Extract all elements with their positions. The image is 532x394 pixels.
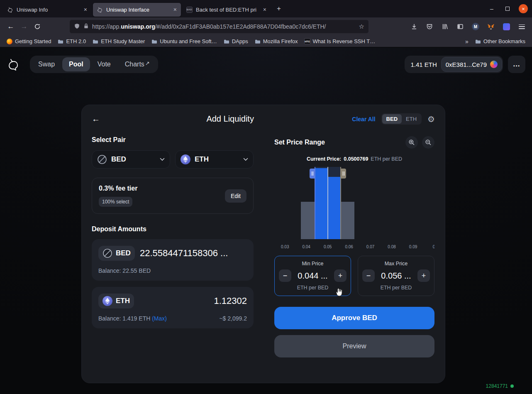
bed-amount-input[interactable]: 22.5584471158306 ... [140, 248, 247, 259]
pocket-icon[interactable] [423, 20, 436, 33]
nav-item-pool[interactable]: Pool [62, 57, 90, 71]
back-arrow-icon[interactable]: ← [92, 114, 108, 124]
downloads-icon[interactable] [408, 20, 420, 33]
zoom-in-icon[interactable] [405, 136, 418, 149]
maximize-button[interactable] [503, 4, 512, 13]
min-price-box[interactable]: Min Price − 0.044 ... + ETH per BED [274, 256, 351, 296]
new-tab-button[interactable]: + [273, 3, 285, 15]
tab-back-test[interactable]: BAD Back test of BED:ETH pri × [183, 3, 271, 17]
bookmark-reverse-ssh[interactable]: HTG What Is Reverse SSH T… [302, 37, 378, 46]
app-nav: Swap Pool Vote Charts↗ [30, 56, 158, 73]
x-tick-label: 0.04 [302, 245, 310, 249]
token-symbol: ETH [116, 297, 130, 305]
add-liquidity-card: ← Add Liquidity Clear All BED ETH ⚙ Sele… [81, 105, 445, 383]
min-price-decrement-button[interactable]: − [279, 269, 291, 282]
rate-toggle-bed[interactable]: BED [382, 114, 402, 124]
tab-uniswap-interface[interactable]: Uniswap Interface × [93, 3, 181, 17]
max-price-unit: ETH per BED [362, 285, 430, 291]
max-price-box[interactable]: Max Price − 0.056 ... + ETH per BED [358, 256, 434, 296]
bookmark-folder-eth-study[interactable]: ETH Study Master [90, 37, 147, 46]
tab-uniswap-info[interactable]: Uniswap Info × [3, 3, 91, 17]
wallet-address-chip[interactable]: 0xE381...Ce79 [441, 57, 502, 72]
other-bookmarks[interactable]: Other Bookmarks [473, 37, 528, 46]
menu-icon[interactable] [515, 20, 528, 33]
east-range-handle[interactable] [341, 169, 346, 179]
settings-gear-icon[interactable]: ⚙ [427, 115, 435, 123]
bookmark-label: Ubuntu and Free Soft… [160, 38, 217, 44]
reload-icon[interactable] [31, 20, 44, 33]
more-menu-button[interactable]: ... [508, 56, 525, 73]
fee-select-badge: 100% select [99, 197, 132, 207]
wallet-pill[interactable]: 1.41 ETH 0xE381...Ce79 [405, 56, 503, 73]
other-bookmarks-label: Other Bookmarks [483, 38, 525, 44]
minimize-button[interactable]: – [487, 4, 496, 13]
rate-toggle-eth[interactable]: ETH [402, 114, 421, 124]
west-range-handle[interactable] [310, 169, 315, 179]
deposit-amounts-heading: Deposit Amounts [92, 225, 254, 233]
sidebar-icon[interactable] [454, 20, 466, 33]
liquidity-bar [315, 168, 328, 239]
library-icon[interactable] [439, 20, 451, 33]
edit-fee-button[interactable]: Edit [225, 189, 246, 203]
tab-close-icon[interactable]: × [262, 6, 267, 13]
lock-icon[interactable] [83, 23, 89, 30]
nav-item-swap[interactable]: Swap [32, 57, 61, 71]
close-window-button[interactable]: × [519, 4, 528, 13]
folder-icon [151, 39, 157, 44]
profile-m-icon[interactable]: M [469, 20, 482, 33]
liquidity-chart[interactable]: 0.030.040.050.060.070.080.090. [274, 167, 434, 249]
external-link-icon: ↗ [145, 60, 150, 66]
folder-icon [224, 39, 229, 44]
min-price-value[interactable]: 0.044 ... [298, 271, 327, 281]
min-price-increment-button[interactable]: + [334, 269, 347, 282]
block-number[interactable]: 12841771 [486, 383, 514, 389]
uniswap-logo[interactable] [7, 58, 20, 71]
extension-icon[interactable] [500, 20, 512, 33]
bookmarks-overflow-icon[interactable]: » [463, 38, 471, 45]
tracking-shield-icon[interactable] [74, 23, 80, 31]
bookmark-folder-ubuntu[interactable]: Ubuntu and Free Soft… [149, 37, 219, 46]
page-title: Add Liquidity [108, 114, 352, 124]
min-price-unit: ETH per BED [279, 285, 347, 291]
app-bar: Swap Pool Vote Charts↗ 1.41 ETH 0xE381..… [7, 54, 525, 74]
forward-icon[interactable]: → [17, 20, 31, 33]
tab-title: Uniswap Info [17, 7, 80, 13]
bookmark-folder-dapps[interactable]: DApps [221, 37, 251, 46]
approve-bed-button[interactable]: Approve BED [274, 307, 434, 329]
bookmark-folder-mozilla[interactable]: Mozilla Firefox [252, 37, 300, 46]
eth-balance: 1.41 ETH [410, 61, 437, 68]
tab-close-icon[interactable]: × [83, 6, 88, 13]
eth-amount-input[interactable]: 1.12302 [139, 296, 247, 306]
token-select-bed[interactable]: BED [92, 150, 170, 169]
folder-icon [58, 39, 63, 44]
back-icon[interactable]: ← [4, 20, 17, 33]
htg-favicon: HTG [304, 39, 310, 44]
max-price-increment-button[interactable]: + [417, 269, 430, 282]
bookmark-star-icon[interactable]: ☆ [359, 23, 364, 30]
tab-close-icon[interactable]: × [173, 6, 178, 13]
url-bar[interactable]: https://app.uniswap.org/#/add/0x2aF1dF3A… [70, 20, 368, 33]
nav-item-charts[interactable]: Charts↗ [118, 57, 156, 71]
liquidity-chart-plot[interactable] [274, 167, 434, 239]
x-tick-label: 0.08 [388, 245, 395, 249]
bed-token-chip[interactable]: BED [98, 246, 135, 261]
clear-all-link[interactable]: Clear All [352, 116, 375, 122]
preview-button[interactable]: Preview [274, 335, 434, 357]
eth-token-chip[interactable]: ETH [98, 294, 134, 308]
fee-tier-box: 0.3% fee tier 100% select Edit [92, 178, 254, 214]
uniswap-unicorn-favicon [96, 6, 103, 13]
nav-item-vote[interactable]: Vote [91, 57, 117, 71]
metamask-icon[interactable] [485, 20, 497, 33]
liquidity-bar [341, 202, 354, 239]
max-link[interactable]: (Max) [152, 315, 167, 322]
bookmark-getting-started[interactable]: Getting Started [4, 37, 54, 46]
max-price-decrement-button[interactable]: − [362, 269, 375, 282]
zoom-out-icon[interactable] [422, 136, 434, 149]
token-symbol: BED [116, 249, 131, 257]
token-select-eth[interactable]: ETH [175, 150, 254, 169]
max-price-value[interactable]: 0.056 ... [381, 271, 411, 281]
bookmark-folder-eth2[interactable]: ETH 2.0 [55, 37, 88, 46]
toolbar-icons: M [408, 20, 528, 33]
select-pair-heading: Select Pair [92, 136, 254, 144]
fiat-value: ~$ 2,099.2 [219, 315, 247, 322]
